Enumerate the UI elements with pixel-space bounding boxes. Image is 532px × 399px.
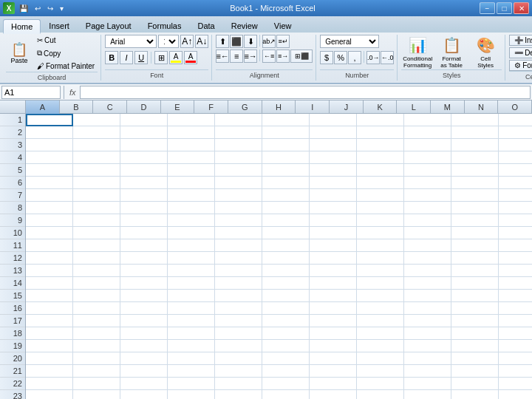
cell-D20[interactable]	[168, 352, 215, 365]
cell-I3[interactable]	[404, 139, 451, 151]
cell-H13[interactable]	[357, 265, 404, 277]
cell-F22[interactable]	[262, 378, 310, 390]
cell-B22[interactable]	[73, 378, 120, 390]
cell-E18[interactable]	[215, 327, 262, 340]
border-btn[interactable]: ⊞	[154, 51, 168, 64]
cell-G18[interactable]	[310, 327, 357, 340]
cell-I23[interactable]	[404, 390, 451, 399]
cut-button[interactable]: ✂ Cut	[34, 35, 98, 46]
cell-J9[interactable]	[451, 214, 499, 227]
cell-A13[interactable]	[26, 265, 73, 277]
row-num-20[interactable]: 20	[0, 352, 25, 365]
tab-page-layout[interactable]: Page Layout	[78, 18, 140, 33]
cell-G23[interactable]	[310, 390, 357, 399]
cell-A10[interactable]	[26, 227, 73, 239]
cell-F11[interactable]	[262, 239, 310, 252]
cell-J5[interactable]	[451, 164, 499, 177]
tab-insert[interactable]: Insert	[41, 18, 78, 33]
cell-C20[interactable]	[120, 352, 168, 365]
cell-F10[interactable]	[262, 227, 310, 239]
cell-E6[interactable]	[215, 177, 262, 189]
cell-J10[interactable]	[451, 227, 499, 239]
cell-C23[interactable]	[120, 390, 168, 399]
cell-G17[interactable]	[310, 315, 357, 327]
cell-C6[interactable]	[120, 177, 168, 189]
cell-G9[interactable]	[310, 214, 357, 227]
cell-E22[interactable]	[215, 378, 262, 390]
cell-I6[interactable]	[404, 177, 451, 189]
cell-G4[interactable]	[310, 151, 357, 164]
cell-E14[interactable]	[215, 277, 262, 290]
cell-J7[interactable]	[451, 189, 499, 202]
cell-C5[interactable]	[120, 164, 168, 177]
cell-J6[interactable]	[451, 177, 499, 189]
cell-B19[interactable]	[73, 340, 120, 352]
cell-A4[interactable]	[26, 151, 73, 164]
cell-H21[interactable]	[357, 365, 404, 378]
cell-H1[interactable]	[357, 114, 404, 126]
cell-styles-btn[interactable]: 🎨 CellStyles	[469, 36, 502, 69]
cell-J20[interactable]	[451, 352, 499, 365]
cell-E7[interactable]	[215, 189, 262, 202]
cell-I4[interactable]	[404, 151, 451, 164]
cell-G16[interactable]	[310, 302, 357, 315]
cell-I9[interactable]	[404, 214, 451, 227]
cell-K8[interactable]	[499, 202, 532, 214]
cell-H15[interactable]	[357, 290, 404, 302]
cell-G1[interactable]	[310, 114, 357, 126]
cell-G10[interactable]	[310, 227, 357, 239]
cell-H11[interactable]	[357, 239, 404, 252]
cell-E8[interactable]	[215, 202, 262, 214]
cell-K23[interactable]	[499, 390, 532, 399]
cell-H8[interactable]	[357, 202, 404, 214]
paste-button[interactable]: 📋 Paste	[6, 41, 33, 66]
cell-B3[interactable]	[73, 139, 120, 151]
format-cells-btn[interactable]: ⚙ Format ▾	[509, 60, 532, 71]
cell-F2[interactable]	[262, 126, 310, 139]
cell-D10[interactable]	[168, 227, 215, 239]
cell-H16[interactable]	[357, 302, 404, 315]
cell-F14[interactable]	[262, 277, 310, 290]
cell-D12[interactable]	[168, 252, 215, 265]
cell-A22[interactable]	[26, 378, 73, 390]
col-header-C[interactable]: C	[93, 100, 127, 114]
save-quick-btn[interactable]: 💾	[17, 4, 30, 13]
cell-D16[interactable]	[168, 302, 215, 315]
cell-G8[interactable]	[310, 202, 357, 214]
cell-D19[interactable]	[168, 340, 215, 352]
cell-G2[interactable]	[310, 126, 357, 139]
cell-F18[interactable]	[262, 327, 310, 340]
undo-quick-btn[interactable]: ↩	[33, 4, 43, 13]
cell-I7[interactable]	[404, 189, 451, 202]
cell-D3[interactable]	[168, 139, 215, 151]
cell-D4[interactable]	[168, 151, 215, 164]
row-num-12[interactable]: 12	[0, 252, 25, 265]
cell-K7[interactable]	[499, 189, 532, 202]
bold-btn[interactable]: B	[105, 51, 118, 64]
cell-I11[interactable]	[404, 239, 451, 252]
cell-F16[interactable]	[262, 302, 310, 315]
cell-F19[interactable]	[262, 340, 310, 352]
cell-G7[interactable]	[310, 189, 357, 202]
cell-D17[interactable]	[168, 315, 215, 327]
merge-center-btn[interactable]: ⊞⬛	[290, 50, 313, 63]
cell-C13[interactable]	[120, 265, 168, 277]
cell-G5[interactable]	[310, 164, 357, 177]
cell-D22[interactable]	[168, 378, 215, 390]
row-num-10[interactable]: 10	[0, 227, 25, 239]
align-top-btn[interactable]: ⬆	[216, 35, 229, 48]
cell-J2[interactable]	[451, 126, 499, 139]
cell-I5[interactable]	[404, 164, 451, 177]
cell-I21[interactable]	[404, 365, 451, 378]
cell-D2[interactable]	[168, 126, 215, 139]
cell-E10[interactable]	[215, 227, 262, 239]
cell-C7[interactable]	[120, 189, 168, 202]
conditional-formatting-btn[interactable]: 📊 ConditionalFormatting	[401, 36, 434, 69]
cell-A14[interactable]	[26, 277, 73, 290]
cell-K15[interactable]	[499, 290, 532, 302]
align-right-btn[interactable]: ≡→	[244, 50, 257, 63]
row-num-7[interactable]: 7	[0, 189, 25, 202]
orient-btn[interactable]: ab↗	[262, 35, 276, 48]
cell-D21[interactable]	[168, 365, 215, 378]
cell-G21[interactable]	[310, 365, 357, 378]
